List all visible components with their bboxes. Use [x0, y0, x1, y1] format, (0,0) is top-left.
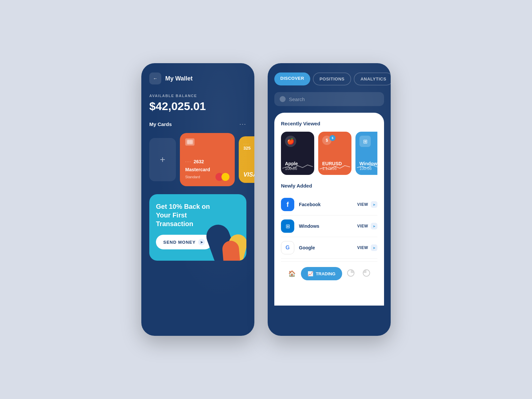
- trading-chart-icon: 📈: [308, 271, 313, 276]
- card-chip: [185, 138, 195, 146]
- google-icon: G: [281, 241, 294, 254]
- balance-amount: $42,025.01: [149, 100, 246, 113]
- tab-analytics[interactable]: ANALYTICS: [354, 72, 391, 85]
- newly-added-list: f Facebook VIEW ➤ ⊞ Windows VIEW ➤ G Goo…: [281, 194, 377, 259]
- cards-menu-button[interactable]: ···: [239, 121, 246, 128]
- newly-added-title: Newly Added: [281, 183, 377, 189]
- windows-view-arrow[interactable]: ➤: [371, 223, 377, 229]
- profile-icon: [363, 269, 370, 278]
- tabs-row: DISCOVER POSITIONS ANALYTICS: [274, 72, 384, 85]
- recent-card-windows[interactable]: ⊞ Windows 100.56: [355, 132, 377, 175]
- tab-positions[interactable]: POSITIONS: [313, 72, 351, 85]
- card-brand: Mastercard: [185, 167, 229, 172]
- cards-row: + ···· 2632 Mastercard Stan: [149, 133, 246, 186]
- facebook-name: Facebook: [299, 202, 357, 207]
- promo-banner: Get 10% Back on Your First Transaction S…: [149, 194, 246, 261]
- visa-logo: VISA: [243, 171, 254, 178]
- mastercard-card[interactable]: ···· 2632 Mastercard Standard: [180, 133, 235, 186]
- stock-item-windows[interactable]: ⊞ Windows VIEW ➤: [281, 215, 377, 237]
- svg-rect-0: [187, 140, 193, 144]
- recent-card-eurusd[interactable]: $ $ EURUSD 1.17656: [318, 132, 351, 175]
- google-name: Google: [299, 245, 357, 250]
- send-money-label: SEND MONEY: [163, 240, 196, 245]
- my-cards-header: My Cards ···: [149, 121, 246, 128]
- facebook-view-button[interactable]: VIEW: [357, 202, 368, 207]
- wallet-header: ← My Wallet: [149, 72, 246, 84]
- recent-card-apple[interactable]: 🍎 Apple 100.56: [281, 132, 314, 175]
- mastercard-logo: [215, 173, 229, 181]
- my-cards-label: My Cards: [149, 121, 172, 127]
- back-button[interactable]: ←: [149, 72, 161, 84]
- windows-view-button[interactable]: VIEW: [357, 224, 368, 228]
- google-view-arrow[interactable]: ➤: [371, 244, 377, 251]
- eurusd-icon: $ $: [322, 136, 333, 147]
- card-number-row: ···· 2632: [185, 159, 229, 164]
- search-icon: [280, 96, 286, 102]
- white-panel: Recently Viewed 🍎 Apple 100.56: [274, 113, 384, 306]
- home-icon: 🏠: [288, 270, 296, 277]
- card-number: 2632: [194, 159, 204, 164]
- search-placeholder: Search: [289, 96, 305, 102]
- facebook-icon: f: [281, 198, 294, 211]
- chart-icon: [347, 269, 354, 278]
- facebook-view-arrow[interactable]: ➤: [371, 201, 377, 208]
- visa-number: 325: [243, 146, 254, 151]
- promo-decorations: [203, 207, 246, 261]
- google-view-button[interactable]: VIEW: [357, 245, 368, 250]
- add-card-button[interactable]: +: [149, 138, 176, 181]
- screens-container: ← My Wallet AVAILABLE BALANCE $42,025.01…: [141, 63, 391, 336]
- nav-trading-active[interactable]: 📈 TRADING: [301, 267, 342, 280]
- recently-viewed-title: Recently Viewed: [281, 121, 377, 126]
- eurusd-sparkline: [318, 162, 351, 172]
- apple-sparkline: [281, 162, 314, 172]
- discover-screen: DISCOVER POSITIONS ANALYTICS Search Rece…: [268, 63, 391, 336]
- nav-chart[interactable]: [344, 267, 357, 280]
- nav-profile[interactable]: [360, 267, 373, 280]
- stock-item-facebook[interactable]: f Facebook VIEW ➤: [281, 194, 377, 215]
- bottom-nav: 🏠 📈 TRADING: [281, 261, 377, 287]
- recently-viewed-row: 🍎 Apple 100.56 $ $: [281, 132, 377, 175]
- wallet-screen: ← My Wallet AVAILABLE BALANCE $42,025.01…: [141, 63, 254, 336]
- card-type: Standard: [185, 175, 200, 179]
- balance-label: AVAILABLE BALANCE: [149, 94, 246, 98]
- search-bar[interactable]: Search: [274, 92, 384, 106]
- windows-icon: ⊞: [281, 219, 294, 233]
- windows-recent-icon: ⊞: [359, 136, 371, 147]
- trading-label: TRADING: [316, 271, 335, 276]
- visa-card[interactable]: ···· 325 VISA: [239, 136, 254, 183]
- windows-name: Windows: [299, 223, 357, 229]
- apple-icon: 🍎: [285, 136, 296, 147]
- windows-sparkline: [355, 162, 377, 172]
- add-icon: +: [160, 154, 165, 165]
- stock-item-google[interactable]: G Google VIEW ➤: [281, 237, 377, 259]
- card-dots: ····: [185, 160, 192, 164]
- tab-discover[interactable]: DISCOVER: [274, 72, 310, 85]
- back-icon: ←: [153, 76, 158, 81]
- nav-home[interactable]: 🏠: [285, 267, 299, 280]
- wallet-title: My Wallet: [165, 75, 193, 82]
